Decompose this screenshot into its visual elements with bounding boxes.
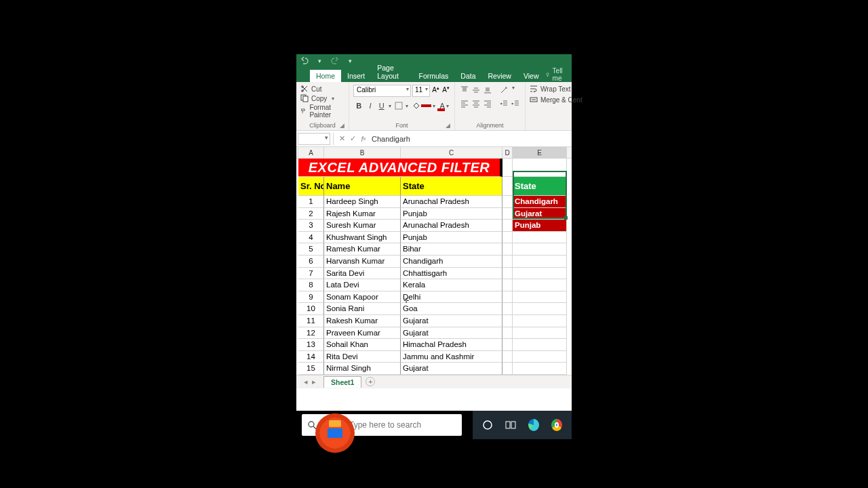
cell-name[interactable]: Hardeep Singh	[324, 196, 401, 208]
header-state[interactable]: State	[401, 177, 502, 196]
cell[interactable]	[502, 177, 513, 196]
decrease-font-icon[interactable]: A▾	[441, 85, 450, 96]
cell-srno[interactable]: 2	[298, 208, 324, 220]
cell-srno[interactable]: 5	[298, 243, 324, 256]
underline-dropdown-icon[interactable]: ▾	[387, 103, 393, 109]
cell-name[interactable]: Sarita Devi	[324, 268, 401, 280]
qat-customize-icon[interactable]: ▾	[349, 58, 352, 64]
col-header-a[interactable]: A	[298, 147, 324, 158]
cell-name[interactable]: Sohail Khan	[324, 339, 401, 351]
header-srno[interactable]: Sr. No.	[298, 177, 324, 196]
cell-name[interactable]: Harvansh Kumar	[324, 256, 401, 268]
tab-insert[interactable]: Insert	[341, 70, 371, 82]
cell-srno[interactable]: 11	[298, 315, 324, 327]
cell[interactable]	[513, 339, 567, 351]
cell-state[interactable]: Himachal Pradesh	[401, 339, 502, 351]
cell[interactable]	[513, 363, 567, 375]
cell-state[interactable]: Punjab	[401, 232, 502, 244]
cell-srno[interactable]: 12	[298, 327, 324, 340]
cell-state[interactable]: Gujarat	[401, 315, 502, 327]
header-name[interactable]: Name	[324, 177, 401, 196]
new-sheet-button[interactable]: +	[366, 377, 375, 386]
font-color-dropdown-icon[interactable]: ▾	[445, 103, 450, 109]
orientation-button[interactable]	[498, 85, 509, 96]
cell[interactable]	[502, 220, 513, 232]
cell-name[interactable]: Suresh Kumar	[324, 220, 401, 232]
criteria-value[interactable]: Punjab	[513, 220, 567, 232]
cell-name[interactable]: Praveen Kumar	[324, 327, 401, 340]
cancel-formula-icon[interactable]: ✕	[336, 133, 347, 145]
cell[interactable]	[502, 327, 513, 340]
cell-srno[interactable]: 9	[298, 291, 324, 304]
cell-srno[interactable]: 14	[298, 351, 324, 363]
cell[interactable]	[513, 243, 567, 256]
fx-icon[interactable]: fx	[358, 133, 369, 145]
tab-data[interactable]: Data	[454, 70, 481, 82]
cell[interactable]	[513, 159, 567, 177]
enter-formula-icon[interactable]: ✓	[347, 133, 358, 145]
cell-state[interactable]: Jammu and Kashmir	[401, 351, 502, 363]
cell-srno[interactable]: 3	[298, 220, 324, 232]
cell[interactable]	[513, 268, 567, 280]
tab-page-layout[interactable]: Page Layout	[371, 62, 412, 82]
merge-center-button[interactable]: Merge & Cent	[530, 96, 568, 104]
copy-dropdown-icon[interactable]: ▾	[330, 96, 336, 102]
orientation-dropdown-icon[interactable]: ▾	[510, 85, 516, 96]
title-cell[interactable]: EXCEL ADVANCED FILTER	[298, 159, 502, 177]
cell-name[interactable]: Rajesh Kumar	[324, 208, 401, 220]
cell-state[interactable]: Arunachal Pradesh	[401, 220, 502, 232]
cell[interactable]	[502, 351, 513, 363]
col-header-c[interactable]: C	[401, 147, 502, 158]
font-dialog-launcher-icon[interactable]: ◢	[446, 122, 450, 129]
cell-state[interactable]: Gujarat	[401, 327, 502, 340]
borders-button[interactable]	[393, 100, 404, 112]
cell[interactable]	[513, 327, 567, 340]
chrome-icon[interactable]	[551, 420, 562, 430]
align-left-button[interactable]	[459, 98, 470, 109]
cell[interactable]	[502, 339, 513, 351]
cell[interactable]	[502, 196, 513, 208]
cell-state[interactable]: Chandigarh	[401, 256, 502, 268]
cortana-icon[interactable]	[482, 420, 493, 430]
cell-srno[interactable]: 15	[298, 363, 324, 375]
cell-name[interactable]: Rakesh Kumar	[324, 315, 401, 327]
font-name-select[interactable]: Calibri	[353, 85, 411, 97]
col-header-e[interactable]: E	[513, 147, 567, 158]
criteria-value[interactable]: Gujarat	[513, 208, 567, 220]
cell-name[interactable]: Lata Devi	[324, 279, 401, 291]
cell[interactable]	[502, 303, 513, 315]
col-header-b[interactable]: B	[324, 147, 401, 158]
wrap-text-button[interactable]: Wrap Text	[530, 85, 568, 93]
tab-formulas[interactable]: Formulas	[413, 70, 455, 82]
tab-view[interactable]: View	[517, 70, 545, 82]
font-size-select[interactable]: 11	[412, 85, 430, 97]
cell[interactable]	[502, 208, 513, 220]
cell-srno[interactable]: 1	[298, 196, 324, 208]
cell-srno[interactable]: 6	[298, 256, 324, 268]
cell[interactable]	[513, 303, 567, 315]
name-box[interactable]	[298, 133, 330, 145]
cell[interactable]	[513, 279, 567, 291]
cell[interactable]	[513, 232, 567, 244]
cell[interactable]	[502, 159, 513, 177]
cut-button[interactable]: Cut	[300, 85, 344, 93]
sheet-nav-prev-icon[interactable]: ◂	[304, 378, 308, 386]
align-bottom-button[interactable]	[482, 85, 493, 96]
cell[interactable]	[502, 268, 513, 280]
cell[interactable]	[513, 315, 567, 327]
edge-icon[interactable]	[528, 420, 539, 430]
cell-state[interactable]: Arunachal Pradesh	[401, 196, 502, 208]
cell[interactable]	[502, 363, 513, 375]
cell[interactable]	[502, 315, 513, 327]
redo-icon[interactable]	[331, 57, 339, 65]
underline-button[interactable]: U	[376, 100, 387, 112]
decrease-indent-button[interactable]	[498, 98, 509, 109]
cell-srno[interactable]: 13	[298, 339, 324, 351]
spreadsheet-grid[interactable]: A B C D E EXCEL ADVANCED FILTER Sr. No. …	[296, 147, 572, 375]
task-view-icon[interactable]	[505, 420, 516, 430]
tab-home[interactable]: Home	[310, 70, 341, 82]
format-painter-button[interactable]: Format Painter	[300, 104, 344, 119]
undo-icon[interactable]	[300, 57, 309, 65]
cell-state[interactable]: Chhattisgarh	[401, 268, 502, 280]
cell-state[interactable]: Delhi	[401, 291, 502, 304]
